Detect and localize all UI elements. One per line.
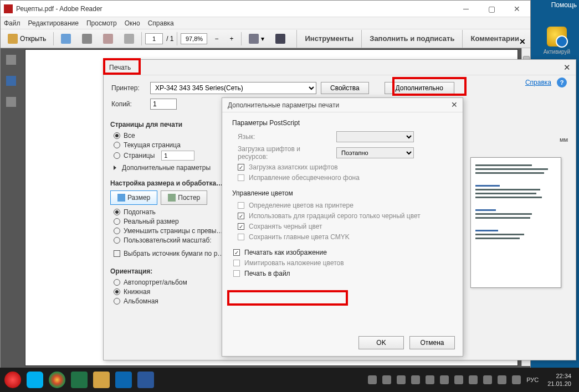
sign-icon-button[interactable] bbox=[120, 32, 138, 46]
clock-date: 21.01.20 bbox=[547, 380, 571, 388]
lang-label: Язык: bbox=[238, 133, 332, 141]
page-range-input[interactable] bbox=[161, 151, 194, 161]
menubar-close-icon[interactable]: ✕ bbox=[519, 37, 526, 46]
print-icon-button[interactable] bbox=[78, 32, 96, 46]
open-button[interactable]: Открыть bbox=[4, 32, 50, 46]
print-help-link[interactable]: Справка bbox=[525, 79, 551, 86]
tray-icon[interactable] bbox=[426, 375, 434, 384]
radio-all-label: Все bbox=[124, 132, 135, 140]
taskbar-app-chrome[interactable] bbox=[49, 372, 65, 388]
lang-select[interactable] bbox=[336, 131, 414, 142]
pages-more-label[interactable]: Дополнительные параметры bbox=[122, 164, 211, 172]
radio-range[interactable] bbox=[114, 152, 120, 159]
tray-icon[interactable] bbox=[483, 375, 492, 384]
radio-shrink[interactable] bbox=[114, 228, 120, 234]
taskbar-app-skype[interactable] bbox=[27, 372, 43, 388]
keep-cmyk-checkbox[interactable] bbox=[238, 234, 244, 240]
size-button[interactable]: Размер bbox=[110, 190, 157, 205]
taskbar-app-excel[interactable] bbox=[71, 372, 88, 388]
tab-sign[interactable]: Заполнить и подписать bbox=[361, 30, 462, 48]
print-dialog-close-button[interactable]: ✕ bbox=[561, 62, 572, 73]
keep-black-label: Сохранять черный цвет bbox=[249, 223, 322, 230]
bookmark-icon[interactable] bbox=[6, 76, 16, 86]
tray-icon[interactable] bbox=[440, 375, 449, 384]
tray-icon[interactable] bbox=[411, 375, 420, 384]
taskbar: РУС 22:34 21.01.20 bbox=[0, 368, 579, 392]
cancel-button[interactable]: Отмена bbox=[409, 336, 455, 349]
radio-all[interactable] bbox=[114, 132, 120, 139]
tray-icon[interactable] bbox=[382, 375, 391, 384]
disclosure-triangle-icon[interactable] bbox=[114, 166, 116, 170]
tray-icon[interactable] bbox=[397, 375, 406, 384]
taskbar-app-word[interactable] bbox=[137, 372, 154, 388]
advanced-button[interactable]: Дополнительно bbox=[385, 82, 454, 94]
radio-orient-landscape[interactable] bbox=[114, 298, 120, 305]
minimize-button[interactable]: ─ bbox=[458, 3, 474, 14]
printer-colors-checkbox[interactable] bbox=[238, 202, 244, 209]
simulate-overprint-checkbox[interactable] bbox=[233, 260, 240, 266]
separator bbox=[177, 32, 177, 45]
radio-orient-portrait[interactable] bbox=[114, 288, 120, 295]
tray-clock[interactable]: 22:34 21.01.20 bbox=[544, 372, 575, 388]
radio-fit[interactable] bbox=[114, 209, 120, 215]
menu-view[interactable]: Просмотр bbox=[86, 19, 117, 27]
print-to-file-label: Печать в файл bbox=[244, 270, 290, 277]
printer-select[interactable]: XP-342 343 345 Series(Сеть) bbox=[150, 82, 316, 94]
tab-tools[interactable]: Инструменты bbox=[296, 30, 361, 48]
thumbnails-icon[interactable] bbox=[6, 55, 16, 65]
menu-help[interactable]: Справка bbox=[148, 19, 174, 27]
properties-button[interactable]: Свойства bbox=[321, 82, 369, 94]
tray-icon[interactable] bbox=[368, 375, 377, 384]
tray-icon[interactable] bbox=[454, 375, 463, 384]
menu-window[interactable]: Окно bbox=[125, 19, 140, 27]
tab-comments[interactable]: Комментарии bbox=[462, 30, 527, 48]
printer-label: Принтер: bbox=[111, 84, 146, 92]
attachments-icon[interactable] bbox=[6, 97, 16, 107]
page-number-input[interactable] bbox=[145, 33, 163, 44]
tray-volume-icon[interactable] bbox=[512, 375, 521, 384]
asian-fonts-checkbox[interactable] bbox=[238, 164, 244, 171]
app-icon bbox=[4, 4, 13, 13]
advanced-dialog-close-button[interactable]: ✕ bbox=[449, 100, 459, 110]
taskbar-app-photos[interactable] bbox=[115, 372, 132, 388]
fit-page-button[interactable]: ▾ bbox=[245, 32, 268, 46]
taskbar-app-explorer[interactable] bbox=[93, 372, 110, 388]
mail-icon bbox=[103, 34, 113, 44]
menu-file[interactable]: Файл bbox=[4, 19, 21, 27]
desktop-help-link[interactable]: Помощь bbox=[551, 1, 577, 9]
read-mode-button[interactable] bbox=[271, 32, 289, 46]
zoom-out-button[interactable]: − bbox=[211, 32, 222, 46]
radio-actual[interactable] bbox=[114, 218, 120, 225]
keep-black-checkbox[interactable] bbox=[238, 223, 244, 230]
help-icon[interactable]: ? bbox=[557, 78, 567, 87]
zoom-in-button[interactable]: + bbox=[226, 32, 238, 46]
font-load-label: Загрузка шрифтов и ресурсов: bbox=[238, 145, 332, 161]
paper-source-checkbox[interactable] bbox=[114, 250, 120, 257]
radio-custom[interactable] bbox=[114, 237, 120, 244]
tray-icon[interactable] bbox=[469, 375, 478, 384]
zoom-input[interactable] bbox=[181, 33, 207, 44]
poster-button[interactable]: Постер bbox=[161, 190, 207, 205]
radio-current[interactable] bbox=[114, 142, 120, 148]
mail-icon-button[interactable] bbox=[99, 32, 117, 46]
radio-orient-auto[interactable] bbox=[114, 279, 120, 286]
size-button-label: Размер bbox=[127, 194, 150, 202]
ok-button[interactable]: OK bbox=[358, 336, 404, 349]
fit-icon bbox=[249, 34, 259, 44]
window-title: Рецепты.pdf - Adobe Reader bbox=[16, 5, 458, 13]
nav-rail bbox=[1, 48, 22, 368]
menu-edit[interactable]: Редактирование bbox=[28, 19, 79, 27]
maximize-button[interactable]: ▢ bbox=[484, 3, 499, 14]
gray-black-checkbox[interactable] bbox=[238, 213, 244, 219]
font-load-select[interactable]: Поэтапно bbox=[336, 147, 414, 158]
copies-input[interactable] bbox=[150, 99, 177, 110]
tray-language[interactable]: РУС bbox=[526, 376, 539, 383]
taskbar-app-opera[interactable] bbox=[4, 372, 21, 388]
print-to-file-checkbox[interactable] bbox=[233, 270, 240, 277]
tray-network-icon[interactable] bbox=[498, 375, 506, 384]
print-as-image-checkbox[interactable] bbox=[233, 249, 240, 256]
fix-bg-checkbox[interactable] bbox=[238, 174, 244, 181]
shield-icon bbox=[547, 27, 567, 47]
close-button[interactable]: ✕ bbox=[509, 3, 525, 14]
save-icon-button[interactable] bbox=[57, 32, 75, 46]
